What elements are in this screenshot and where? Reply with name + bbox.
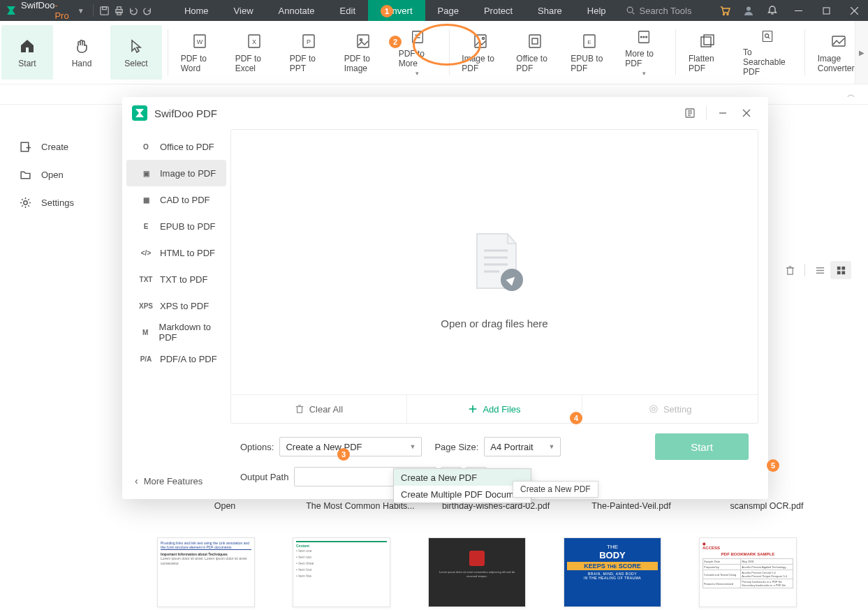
drop-message: Open or drag files here — [441, 318, 547, 329]
app-logo-icon — [6, 4, 17, 17]
side-epub-to-pdf[interactable]: EEPUB to PDF — [126, 213, 226, 239]
svg-point-33 — [641, 36, 642, 38]
title-bar: SwifDoo-Pro ▼ Home View Annotate Edit Co… — [0, 0, 868, 21]
svg-point-35 — [646, 36, 647, 38]
svg-point-45 — [24, 200, 27, 204]
leftnav-open[interactable]: Open — [0, 161, 122, 188]
title-dropdown-icon[interactable]: ▼ — [78, 7, 84, 15]
view-list-icon[interactable] — [809, 261, 830, 279]
ribbon-epub-to-pdf[interactable]: EEPUB to PDF — [564, 25, 615, 80]
ribbon-select[interactable]: Select — [110, 25, 162, 80]
pagesize-select[interactable]: A4 Portrait▼ — [484, 437, 561, 456]
side-markdown-to-pdf[interactable]: MMarkdown to PDF — [126, 319, 226, 345]
more-features-link[interactable]: ‹More Features — [135, 475, 203, 486]
user-icon[interactable] — [737, 0, 760, 21]
side-image-to-pdf[interactable]: ▣Image to PDF — [126, 160, 226, 186]
ribbon-pdf-to-excel[interactable]: XPDF to Excel — [228, 25, 280, 80]
svg-point-72 — [650, 406, 658, 413]
svg-point-8 — [727, 14, 728, 15]
annotation-5: 5 — [767, 459, 779, 472]
thumbnail[interactable]: Content• Item one• Item two• Item three•… — [293, 537, 390, 607]
dialog-settings-icon[interactable] — [678, 101, 702, 125]
side-xps-to-pdf[interactable]: XPSXPS to PDF — [126, 292, 226, 319]
svg-rect-52 — [837, 266, 840, 269]
chevron-up-icon[interactable]: ︿ — [847, 89, 855, 101]
setting-button[interactable]: Setting — [582, 395, 758, 423]
side-html-to-pdf[interactable]: </>HTML to PDF — [126, 239, 226, 266]
window-maximize[interactable] — [812, 0, 840, 21]
side-cad-to-pdf[interactable]: ▦CAD to PDF — [126, 186, 226, 213]
svg-text:W: W — [196, 38, 203, 45]
search-tools-input[interactable]: Search Tools — [626, 3, 713, 18]
print-icon[interactable] — [112, 0, 126, 21]
ribbon-pdf-to-ppt[interactable]: PPDF to PPT — [283, 25, 334, 80]
thumbnail[interactable]: ◆ACCESSPDF BOOKMARK SAMPLESample DateMay… — [699, 537, 797, 607]
thumbnail[interactable]: Lorem ipsum dolor sit amet consectetur a… — [428, 537, 526, 607]
start-button[interactable]: Start — [655, 433, 749, 460]
clear-all-button[interactable]: Clear All — [231, 395, 407, 423]
menu-edit[interactable]: Edit — [328, 0, 368, 21]
svg-point-22 — [360, 39, 362, 41]
side-pdfa-to-pdf[interactable]: P/APDF/A to PDF — [126, 345, 226, 372]
thumbnail[interactable]: THEBODYKEEPS THE SCOREBRAIN, MIND, AND B… — [564, 537, 661, 607]
dialog-logo-icon — [132, 105, 147, 121]
ribbon-pdf-to-word[interactable]: WPDF to Word — [174, 25, 226, 80]
leftnav-create[interactable]: Create — [0, 133, 122, 161]
recent-file[interactable]: The-Painted-Veil.pdf — [564, 501, 699, 511]
annotation-1: 1 — [381, 5, 393, 17]
redo-icon[interactable] — [140, 0, 155, 21]
recent-file[interactable]: Open — [157, 501, 293, 511]
side-office-to-pdf[interactable]: OOffice to PDF — [126, 133, 226, 160]
ribbon-flatten-pdf[interactable]: Flatten PDF — [682, 25, 733, 80]
dialog-close[interactable] — [735, 101, 758, 125]
svg-point-5 — [627, 7, 633, 13]
window-minimize[interactable] — [784, 0, 812, 21]
ribbon-hand[interactable]: Hand — [56, 25, 108, 80]
recent-file[interactable]: scansmpl OCR.pdf — [699, 501, 834, 511]
bell-icon[interactable] — [760, 0, 784, 21]
window-close[interactable] — [840, 0, 868, 21]
drop-zone[interactable]: Open or drag files here Clear All Add Fi… — [230, 129, 758, 424]
svg-rect-53 — [841, 266, 845, 269]
menu-share[interactable]: Share — [525, 0, 575, 21]
svg-point-9 — [746, 7, 751, 11]
ribbon-office-to-pdf[interactable]: Office to PDF — [509, 25, 561, 80]
ribbon-pdf-to-image[interactable]: PDF to Image — [337, 25, 389, 80]
svg-line-40 — [768, 37, 770, 39]
menu-annotate[interactable]: Annotate — [266, 0, 328, 21]
menu-view[interactable]: View — [221, 0, 266, 21]
dropdown-option[interactable]: Create a New PDF — [394, 469, 531, 486]
svg-text:E: E — [588, 39, 591, 45]
side-txt-to-pdf[interactable]: TXTTXT to PDF — [126, 266, 226, 292]
thumbnail[interactable]: Providing links and link text using the … — [157, 537, 255, 607]
app-title: SwifDoo-Pro — [21, 0, 69, 21]
add-files-button[interactable]: Add Files — [407, 395, 583, 423]
ribbon-more-to-pdf[interactable]: More to PDF▾ — [618, 25, 670, 80]
svg-rect-41 — [832, 36, 845, 46]
svg-rect-3 — [117, 6, 121, 9]
svg-point-71 — [652, 408, 655, 410]
menu-page[interactable]: Page — [425, 0, 471, 21]
menu-protect[interactable]: Protect — [471, 0, 525, 21]
ribbon-start[interactable]: Start — [1, 25, 53, 80]
thumbnails-row: Providing links and link text using the … — [157, 537, 847, 607]
save-icon[interactable] — [97, 0, 112, 21]
cart-icon[interactable] — [713, 0, 737, 21]
menu-help[interactable]: Help — [575, 0, 619, 21]
pagesize-label: Page Size: — [434, 442, 478, 452]
dialog-minimize[interactable] — [711, 101, 735, 125]
svg-rect-0 — [101, 6, 108, 14]
options-select[interactable]: Create a New PDF▼ — [279, 437, 422, 456]
menu-home[interactable]: Home — [172, 0, 221, 21]
view-delete-icon[interactable] — [779, 261, 800, 279]
menu-convert[interactable]: Convert — [368, 0, 425, 21]
svg-rect-37 — [704, 35, 714, 45]
leftnav-settings[interactable]: Settings — [0, 188, 122, 216]
undo-icon[interactable] — [126, 0, 141, 21]
svg-text:P: P — [307, 38, 311, 45]
ribbon-searchable-pdf[interactable]: To Searchable PDF — [736, 25, 799, 80]
view-grid-icon[interactable] — [830, 261, 851, 279]
dialog-sidebar: OOffice to PDF ▣Image to PDF ▦CAD to PDF… — [122, 129, 230, 499]
ribbon-overflow-icon[interactable]: ▶ — [855, 21, 868, 84]
dropdown-option[interactable]: Create Multiple PDF Document — [394, 486, 531, 503]
